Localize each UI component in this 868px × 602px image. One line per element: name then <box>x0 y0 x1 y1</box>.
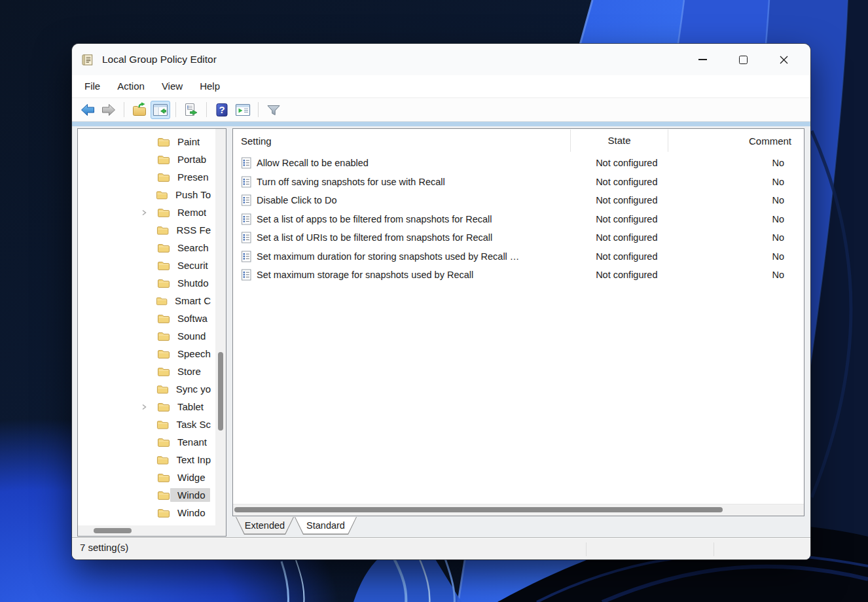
setting-comment: No <box>676 232 804 243</box>
back-button[interactable] <box>78 101 98 119</box>
tree-item-label: Sound <box>177 330 206 342</box>
titlebar[interactable]: Local Group Policy Editor <box>72 44 810 75</box>
tree-item-widgets[interactable]: Widge <box>78 469 215 486</box>
setting-row[interactable]: Set maximum storage for snapshots used b… <box>233 266 804 285</box>
export-list-button[interactable] <box>181 101 201 119</box>
menu-file[interactable]: File <box>76 75 109 97</box>
folder-icon <box>156 296 168 306</box>
minimize-button[interactable] <box>682 44 723 75</box>
maximize-button[interactable] <box>723 44 763 75</box>
tree-item-text-input[interactable]: Text Inp <box>78 451 215 469</box>
column-header-comment[interactable]: Comment <box>668 135 797 147</box>
tab-extended[interactable]: Extended <box>236 517 294 535</box>
tree-item-smart-card[interactable]: Smart C <box>78 292 215 310</box>
tree-item-push-to[interactable]: Push To <box>78 186 215 204</box>
tree-item-label: Smart C <box>175 295 211 306</box>
tree-item-store[interactable]: Store <box>78 363 215 380</box>
show-action-pane-icon <box>234 101 251 118</box>
tree-horizontal-scrollbar[interactable] <box>78 525 215 536</box>
scrollbar-corner <box>215 525 226 536</box>
tree-hscroll-thumb[interactable] <box>94 528 132 533</box>
list-header: Setting State Comment <box>233 129 804 152</box>
show-action-pane-button[interactable] <box>233 101 253 119</box>
up-one-level-button[interactable] <box>130 101 149 119</box>
tree-item-search[interactable]: Search <box>78 239 215 257</box>
tree-item-portable[interactable]: Portab <box>78 150 215 168</box>
tree-item-label: Text Inp <box>176 454 211 465</box>
chevron-right-icon[interactable] <box>141 209 147 216</box>
toolbar-separator <box>124 102 124 117</box>
help-button[interactable]: ? <box>212 101 232 119</box>
column-header-state[interactable]: State <box>570 130 668 152</box>
tree-item-label: RSS Fe <box>176 224 211 236</box>
tree-item-windows-selected[interactable]: Windo <box>78 486 215 504</box>
window-controls <box>682 44 804 75</box>
maximize-icon <box>739 56 748 64</box>
tab-standard-label: Standard <box>306 520 345 531</box>
folder-icon <box>157 313 170 324</box>
close-button[interactable] <box>763 44 804 75</box>
desktop: Local Group Policy Editor File Action Vi… <box>0 0 868 602</box>
tree-item-label: Windo <box>177 489 206 501</box>
folder-icon <box>157 349 170 359</box>
menu-view[interactable]: View <box>153 75 191 97</box>
setting-state: Not configured <box>577 270 676 280</box>
setting-row[interactable]: Turn off saving snapshots for use with R… <box>233 173 804 192</box>
tree-vertical-scrollbar[interactable] <box>215 129 226 525</box>
show-console-tree-button[interactable] <box>151 101 170 119</box>
tree-item-task-scheduler[interactable]: Task Sc <box>78 416 215 433</box>
menu-help[interactable]: Help <box>191 75 228 97</box>
tree-item-tenant[interactable]: Tenant <box>78 433 215 451</box>
tree-item-label: Search <box>177 242 209 253</box>
tree-item-sync-your-settings[interactable]: Sync yo <box>78 380 215 398</box>
tree-item-windows-2[interactable]: Windo <box>78 504 215 522</box>
tree-item-label: Softwa <box>177 313 208 324</box>
setting-row[interactable]: Disable Click to Do Not configured No <box>233 191 804 210</box>
tree-item-label: Task Sc <box>176 419 211 430</box>
tree-item-label: Push To <box>175 189 211 200</box>
console-tree: Paint Portab Presen Push To Remot RSS Fe… <box>78 129 215 525</box>
tree-item-sound[interactable]: Sound <box>78 327 215 345</box>
setting-state: Not configured <box>577 251 676 262</box>
tree-item-shutdown[interactable]: Shutdo <box>78 274 215 292</box>
setting-name: Disable Click to Do <box>257 195 577 205</box>
policy-setting-icon <box>241 176 252 188</box>
setting-row[interactable]: Set a list of apps to be filtered from s… <box>233 210 804 229</box>
tree-item-remote[interactable]: Remot <box>78 204 215 221</box>
chevron-right-icon[interactable] <box>141 404 147 410</box>
status-divider <box>714 542 714 556</box>
tree-item-label: Tenant <box>177 436 207 448</box>
tree-vscroll-thumb[interactable] <box>218 352 223 431</box>
folder-icon <box>157 472 170 483</box>
tree-item-rss-feeds[interactable]: RSS Fe <box>78 221 215 239</box>
setting-row[interactable]: Set maximum duration for storing snapsho… <box>233 247 804 266</box>
folder-icon <box>157 154 170 165</box>
tab-standard[interactable]: Standard <box>295 517 357 535</box>
toolbar-separator <box>206 102 207 117</box>
setting-row[interactable]: Set a list of URIs to be filtered from s… <box>233 228 804 247</box>
tree-item-paint[interactable]: Paint <box>78 133 215 150</box>
menu-action[interactable]: Action <box>109 75 153 97</box>
filter-button[interactable] <box>264 101 283 119</box>
setting-comment: No <box>676 195 804 205</box>
setting-comment: No <box>676 177 804 187</box>
tree-item-security[interactable]: Securit <box>78 257 215 274</box>
tree-item-tablet[interactable]: Tablet <box>78 398 215 416</box>
minimize-icon <box>698 59 707 60</box>
gpedit-app-icon <box>81 52 96 67</box>
column-header-setting[interactable]: Setting <box>233 135 570 147</box>
forward-button[interactable] <box>99 101 118 119</box>
setting-row[interactable]: Allow Recall to be enabled Not configure… <box>233 154 804 173</box>
tree-item-speech[interactable]: Speech <box>78 345 215 363</box>
policy-setting-icon <box>241 194 252 206</box>
folder-icon <box>156 419 169 430</box>
settings-list-panel: Setting State Comment Allow Recall to be… <box>232 128 805 516</box>
list-hscroll-thumb[interactable] <box>234 507 723 512</box>
tree-item-label: Windo <box>177 507 206 518</box>
tree-item-label: Sync yo <box>176 383 211 395</box>
list-horizontal-scrollbar[interactable] <box>233 504 804 516</box>
tree-item-label: Portab <box>177 154 206 165</box>
folder-icon <box>156 384 169 395</box>
tree-item-software[interactable]: Softwa <box>78 310 215 327</box>
tree-item-presentation[interactable]: Presen <box>78 168 215 186</box>
